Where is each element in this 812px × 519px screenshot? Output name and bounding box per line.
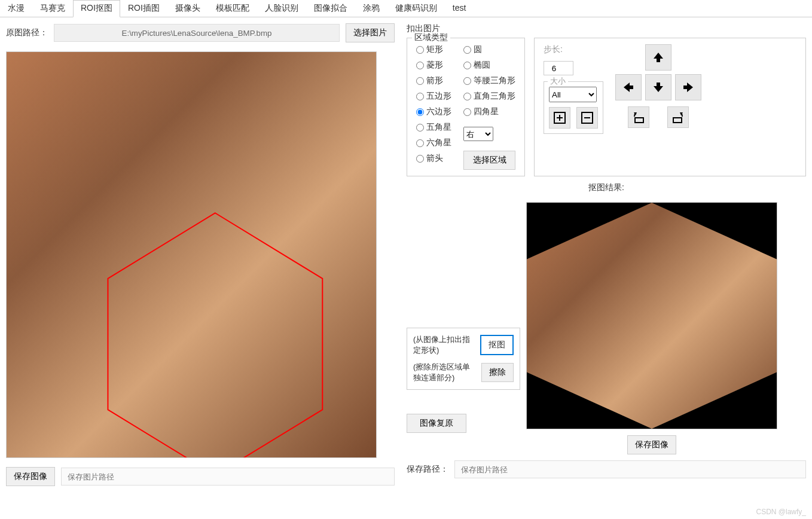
shape-radio[interactable] — [416, 124, 424, 132]
tab-8[interactable]: 涂鸦 — [355, 0, 387, 17]
tab-10[interactable]: test — [445, 0, 474, 17]
svg-rect-7 — [673, 118, 682, 123]
step-input[interactable] — [544, 61, 573, 75]
shape-option[interactable]: 菱形 — [416, 60, 451, 71]
shape-radio[interactable] — [463, 46, 471, 54]
arrow-right-button[interactable] — [675, 74, 701, 100]
size-label: 大小 — [548, 76, 568, 87]
save-source-path-input[interactable] — [61, 468, 395, 486]
save-result-path-input[interactable] — [454, 460, 806, 478]
shape-radio[interactable] — [416, 139, 424, 147]
extract-desc: (从图像上扣出指定形状) — [413, 334, 475, 356]
tab-2[interactable]: ROI抠图 — [73, 0, 120, 17]
shape-option[interactable]: 箭形 — [416, 75, 451, 86]
step-label: 步长: — [544, 44, 563, 55]
shape-option[interactable]: 矩形 — [416, 44, 451, 55]
shape-radio[interactable] — [416, 62, 424, 69]
shape-option[interactable]: 等腰三角形 — [463, 75, 515, 86]
arrow-up-icon — [651, 50, 666, 65]
arrow-down-button[interactable] — [645, 74, 671, 100]
size-select[interactable]: All — [549, 87, 597, 102]
zoom-out-button[interactable] — [576, 107, 598, 129]
arrow-left-icon — [621, 80, 636, 94]
result-label: 抠图结果: — [407, 182, 806, 193]
controls-fieldset: 步长: 大小 All — [534, 38, 806, 176]
select-image-button[interactable]: 选择图片 — [346, 23, 395, 42]
result-image — [527, 203, 777, 429]
tab-9[interactable]: 健康码识别 — [387, 0, 445, 17]
size-section: 大小 All — [544, 81, 603, 134]
extract-button[interactable]: 抠图 — [480, 335, 514, 355]
arrow-right-icon — [681, 80, 695, 94]
rotate-left-button[interactable] — [628, 106, 649, 128]
svg-rect-6 — [635, 118, 643, 123]
plus-icon — [553, 111, 566, 124]
tab-bar: 水漫马赛克ROI抠图ROI插图摄像头模板匹配人脸识别图像拟合涂鸦健康码识别tes… — [0, 0, 812, 17]
tab-7[interactable]: 图像拟合 — [306, 0, 355, 17]
save-source-image-button[interactable]: 保存图像 — [6, 467, 55, 486]
shape-radio[interactable] — [416, 77, 424, 85]
save-result-button[interactable]: 保存图像 — [627, 435, 676, 454]
source-path-input[interactable] — [54, 24, 340, 42]
shape-radio[interactable] — [416, 93, 424, 100]
action-box: (从图像上扣出指定形状) 抠图 (擦除所选区域单独连通部分) 擦除 — [407, 328, 520, 390]
region-type-title: 区域类型 — [412, 32, 450, 43]
shape-option[interactable]: 五角星 — [416, 122, 451, 133]
source-image — [7, 52, 376, 457]
extract-title: 扣出图片 — [407, 23, 806, 34]
shape-option[interactable]: 直角三角形 — [463, 91, 515, 102]
shape-option[interactable]: 六角星 — [416, 138, 451, 148]
source-image-viewer[interactable] — [6, 51, 377, 458]
shape-option[interactable]: 六边形 — [416, 106, 451, 117]
source-path-label: 原图路径： — [6, 28, 48, 38]
shape-radio[interactable] — [463, 93, 471, 100]
shape-option[interactable]: 椭圆 — [463, 60, 515, 71]
shape-radio[interactable] — [463, 108, 471, 116]
arrow-down-icon — [651, 80, 666, 94]
rotate-right-icon — [671, 111, 685, 124]
save-path-label: 保存路径： — [407, 464, 448, 475]
shape-radio[interactable] — [416, 108, 424, 116]
tab-3[interactable]: ROI插图 — [120, 0, 167, 17]
result-image-viewer[interactable] — [526, 202, 777, 429]
tab-4[interactable]: 摄像头 — [167, 0, 208, 17]
direction-select[interactable]: 右 — [463, 127, 493, 141]
shape-radio[interactable] — [416, 46, 424, 54]
minus-icon — [581, 111, 594, 124]
restore-button[interactable]: 图像复原 — [407, 414, 466, 433]
arrow-pad — [615, 44, 701, 100]
shape-radio[interactable] — [463, 62, 471, 69]
tab-0[interactable]: 水漫 — [0, 0, 32, 17]
arrow-up-button[interactable] — [645, 44, 671, 71]
erase-button[interactable]: 擦除 — [481, 363, 514, 382]
arrow-left-button[interactable] — [615, 74, 642, 100]
rotate-right-button[interactable] — [667, 106, 689, 128]
region-type-fieldset: 区域类型 矩形菱形箭形五边形六边形五角星六角星箭头 圆椭圆等腰三角形直角三角形四… — [407, 38, 525, 176]
tab-1[interactable]: 马赛克 — [32, 0, 73, 17]
shape-option[interactable]: 圆 — [463, 44, 515, 55]
shape-option[interactable]: 箭头 — [416, 153, 451, 164]
erase-desc: (擦除所选区域单独连通部分) — [413, 362, 477, 383]
shape-radio[interactable] — [416, 155, 424, 163]
select-region-button[interactable]: 选择区域 — [463, 151, 515, 170]
shape-option[interactable]: 四角星 — [463, 106, 515, 117]
shape-option[interactable]: 五边形 — [416, 91, 451, 102]
tab-5[interactable]: 模板匹配 — [208, 0, 257, 17]
shape-radio[interactable] — [463, 77, 471, 85]
rotate-left-icon — [632, 111, 645, 124]
tab-6[interactable]: 人脸识别 — [257, 0, 306, 17]
zoom-in-button[interactable] — [549, 107, 570, 129]
